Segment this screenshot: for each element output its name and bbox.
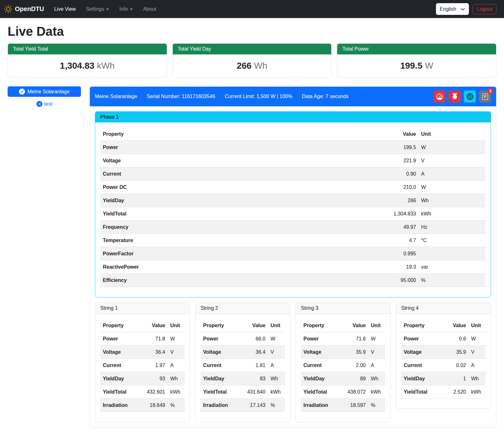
nav-settings[interactable]: Settings bbox=[82, 4, 113, 15]
property-cell: Irradiation bbox=[100, 399, 138, 412]
value-cell: 0.995 bbox=[291, 247, 419, 260]
unit-cell: W bbox=[368, 332, 385, 346]
summary-card-title: Total Yield Day bbox=[173, 44, 332, 54]
property-cell: Power bbox=[201, 332, 238, 346]
speedometer-icon bbox=[436, 93, 443, 100]
property-cell: Power bbox=[100, 332, 138, 346]
value-cell: 431.640 bbox=[238, 385, 268, 399]
value-cell: 19.3 bbox=[291, 260, 419, 274]
table-row: Current1.81A bbox=[201, 359, 285, 372]
column-unit: Unit bbox=[469, 319, 486, 332]
table-row: Irradiation17.143% bbox=[201, 399, 285, 412]
property-cell: YieldDay bbox=[301, 372, 339, 385]
main-nav: Live View Settings Info About bbox=[50, 4, 163, 15]
table-row: PowerFactor0.995 bbox=[100, 247, 486, 260]
inverter-link-test[interactable]: test bbox=[8, 101, 81, 107]
property-cell: Current bbox=[201, 359, 238, 372]
value-cell: 95.000 bbox=[291, 274, 419, 287]
limit-settings-button[interactable] bbox=[433, 90, 445, 103]
table-row: YieldDay83Wh bbox=[201, 372, 285, 385]
value-cell: 1 bbox=[442, 372, 469, 385]
summary-card-total-power: Total Power 199.5W bbox=[337, 43, 496, 78]
property-cell: YieldDay bbox=[100, 372, 138, 385]
inverter-actions: 2 bbox=[433, 90, 491, 103]
property-cell: Power bbox=[301, 332, 339, 346]
event-log-button[interactable]: 2 bbox=[479, 90, 491, 103]
cpu-icon bbox=[467, 93, 473, 100]
phase-card: Phase 1 Property Value Unit Power199.5WV… bbox=[95, 111, 491, 297]
unit-cell: V bbox=[168, 346, 185, 359]
value-cell: 66.0 bbox=[238, 332, 268, 346]
chevron-down-icon bbox=[461, 7, 465, 11]
value-cell: 266 bbox=[291, 194, 419, 207]
unit-cell: Wh bbox=[469, 372, 486, 385]
value-cell: 2.00 bbox=[339, 359, 368, 372]
strings-grid: String 1 Property Value Unit Power71.8WV… bbox=[95, 302, 491, 422]
unit-cell: % bbox=[368, 399, 385, 412]
inverter-name: Meine Solaranlage bbox=[95, 94, 137, 99]
unit-cell: kWh bbox=[419, 207, 486, 221]
phase-card-title: Phase 1 bbox=[95, 112, 491, 122]
unit-cell: kWh bbox=[368, 385, 385, 399]
column-property: Property bbox=[201, 319, 238, 332]
column-unit: Unit bbox=[419, 128, 486, 141]
property-cell: YieldTotal bbox=[301, 385, 339, 399]
string-table: Property Value Unit Power71.8WVoltage36.… bbox=[100, 319, 185, 412]
table-row: Power DC210.0W bbox=[100, 181, 486, 194]
language-select[interactable]: English bbox=[436, 3, 469, 15]
value-cell: 0.02 bbox=[442, 359, 469, 372]
column-property: Property bbox=[401, 319, 442, 332]
value-cell: 35.9 bbox=[442, 346, 469, 359]
unit-cell: °C bbox=[419, 234, 486, 247]
property-cell: YieldTotal bbox=[100, 207, 291, 221]
nav-about[interactable]: About bbox=[139, 4, 160, 15]
value-cell: 89 bbox=[339, 372, 368, 385]
unit-cell: Wh bbox=[368, 372, 385, 385]
chevron-down-icon bbox=[130, 9, 133, 10]
string-card-title: String 4 bbox=[396, 303, 491, 314]
value-cell: 199.5 bbox=[291, 141, 419, 154]
nav-live-view[interactable]: Live View bbox=[50, 4, 79, 15]
value-cell: 0.90 bbox=[291, 167, 419, 181]
table-row: Voltage36.4V bbox=[100, 346, 185, 359]
inverter-select-button[interactable]: Meine Solaranlage bbox=[8, 86, 81, 97]
device-info-button[interactable] bbox=[464, 90, 476, 103]
event-count-badge: 2 bbox=[487, 88, 494, 94]
value-cell: 438.072 bbox=[339, 385, 368, 399]
power-settings-button[interactable] bbox=[449, 90, 461, 103]
sun-icon bbox=[4, 5, 12, 13]
value-cell: 4.7 bbox=[291, 234, 419, 247]
column-value: Value bbox=[138, 319, 168, 332]
inverter-panel-header: Meine Solaranlage Serial Number: 1161716… bbox=[90, 87, 496, 106]
table-row: Efficiency95.000% bbox=[100, 274, 486, 287]
summary-cards-row: Total Yield Total 1,304.83kWh Total Yiel… bbox=[8, 43, 496, 78]
property-cell: Current bbox=[401, 359, 442, 372]
table-row: YieldTotal432.601kWh bbox=[100, 385, 185, 399]
table-row: Power71.8W bbox=[100, 332, 185, 346]
property-cell: YieldDay bbox=[100, 194, 291, 207]
brand-label: OpenDTU bbox=[15, 5, 44, 13]
inverter-sidebar: Meine Solaranlage test bbox=[8, 86, 81, 107]
column-property: Property bbox=[100, 128, 291, 141]
unit-cell: W bbox=[419, 181, 486, 194]
table-row: Frequency49.97Hz bbox=[100, 221, 486, 234]
table-row: YieldDay1Wh bbox=[401, 372, 486, 385]
property-cell: Voltage bbox=[100, 154, 291, 167]
value-cell: 49.97 bbox=[291, 221, 419, 234]
column-value: Value bbox=[291, 128, 419, 141]
value-cell: 36.4 bbox=[138, 346, 168, 359]
property-cell: ReactivePower bbox=[100, 260, 291, 274]
unit-cell: W bbox=[419, 141, 486, 154]
value-cell: 83 bbox=[238, 372, 268, 385]
unit-cell: % bbox=[168, 399, 185, 412]
table-row: Voltage35.9V bbox=[401, 346, 486, 359]
property-cell: Frequency bbox=[100, 221, 291, 234]
brand[interactable]: OpenDTU bbox=[4, 5, 44, 13]
property-cell: YieldDay bbox=[201, 372, 238, 385]
nav-info[interactable]: Info bbox=[115, 4, 137, 15]
table-row: Irradiation18.597% bbox=[301, 399, 385, 412]
inverter-serial: Serial Number: 116171603546 bbox=[146, 94, 215, 99]
logout-button[interactable]: Logout bbox=[473, 4, 496, 14]
table-header-row: Property Value Unit bbox=[100, 128, 486, 141]
table-row: Power71.6W bbox=[301, 332, 385, 346]
